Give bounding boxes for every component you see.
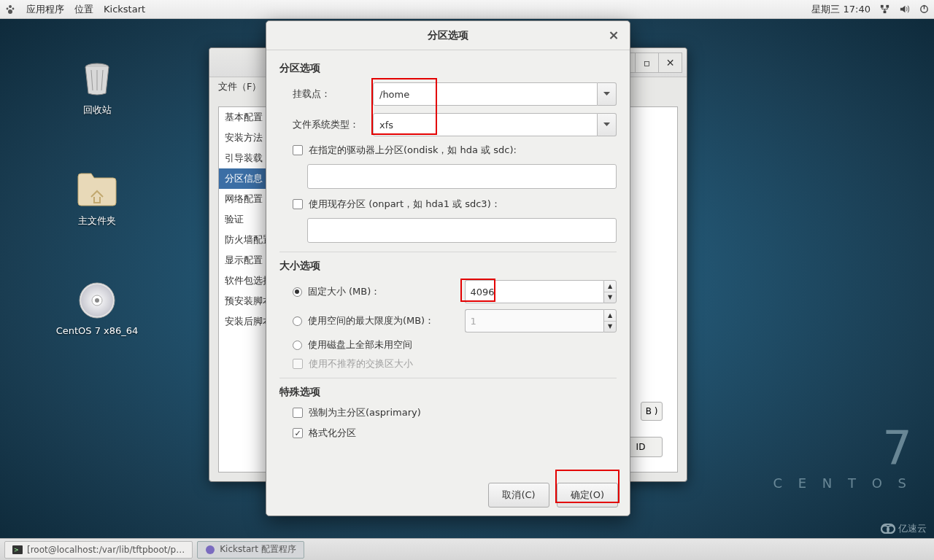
- mount-label: 挂载点：: [293, 88, 373, 101]
- gnome-logo-icon: [4, 4, 16, 15]
- svg-point-0: [9, 5, 12, 8]
- section-partition-title: 分区选项: [279, 62, 617, 75]
- centos-name: C E N T O S: [773, 475, 912, 491]
- centos-seven: 7: [773, 421, 912, 475]
- menu-file[interactable]: 文件（F）: [218, 81, 261, 92]
- fs-label: 文件系统类型：: [293, 118, 373, 131]
- format-checkbox[interactable]: [293, 428, 303, 438]
- partition-dialog: 分区选项 × 分区选项 挂载点： /home 文件系统类型： xfs 在指定的驱…: [266, 20, 630, 516]
- fill-label: 使用磁盘上全部未用空间: [308, 338, 412, 351]
- onpart-input[interactable]: [307, 218, 617, 243]
- fill-radio[interactable]: [293, 341, 302, 350]
- section-size-title: 大小选项: [279, 260, 617, 273]
- desktop-home[interactable]: 主文件夹: [57, 168, 137, 228]
- terminal-icon: >: [12, 545, 23, 554]
- spin-up-icon[interactable]: ▲: [604, 281, 616, 292]
- max-size-spinner: 1 ▲▼: [465, 309, 617, 332]
- fs-combo-arrow[interactable]: [598, 113, 617, 136]
- desktop-home-label: 主文件夹: [57, 214, 137, 228]
- power-icon[interactable]: [919, 4, 930, 15]
- divider: [279, 252, 617, 252]
- window-maximize-button[interactable]: ▫: [636, 52, 659, 73]
- desktop-media[interactable]: CentOS 7 x86_64: [51, 279, 143, 336]
- fixed-size-radio[interactable]: [293, 287, 302, 297]
- max-size-input: 1: [465, 309, 603, 332]
- disc-icon: [77, 280, 117, 321]
- kickstart-icon: [205, 545, 215, 555]
- svg-point-3: [8, 9, 12, 14]
- mount-combo[interactable]: /home: [373, 82, 598, 106]
- svg-point-2: [12, 7, 15, 9]
- menu-app-kickstart[interactable]: Kickstart: [104, 4, 145, 15]
- cloud-icon: [881, 524, 895, 534]
- dialog-close-button[interactable]: ×: [605, 27, 622, 44]
- chevron-down-icon: [603, 92, 610, 96]
- svg-rect-4: [881, 5, 884, 8]
- fixed-size-input[interactable]: 4096: [465, 280, 603, 303]
- asprimary-checkbox[interactable]: [293, 408, 303, 418]
- svg-text:>: >: [14, 547, 19, 553]
- task-terminal-label: [root@localhost:/var/lib/tftpboot/p…: [27, 545, 185, 555]
- watermark: 亿速云: [881, 522, 927, 535]
- svg-rect-6: [884, 10, 887, 13]
- fixed-size-label: 固定大小 (MB)：: [308, 285, 460, 298]
- dialog-title: 分区选项: [428, 29, 468, 42]
- swap-checkbox: [293, 359, 303, 369]
- svg-point-1: [7, 7, 9, 9]
- spin-down-icon: ▼: [604, 322, 616, 332]
- spin-down-icon[interactable]: ▼: [604, 292, 616, 303]
- format-label: 格式化分区: [309, 427, 356, 440]
- onpart-label: 使用现存分区 (onpart，如 hda1 或 sdc3)：: [309, 198, 501, 211]
- fs-combo[interactable]: xfs: [373, 113, 598, 136]
- swap-label: 使用不推荐的交换区大小: [309, 357, 413, 370]
- desktop-media-label: CentOS 7 x86_64: [51, 325, 143, 336]
- menu-places[interactable]: 位置: [74, 3, 93, 16]
- centos-logo: 7 C E N T O S: [773, 421, 912, 491]
- fixed-size-spinner[interactable]: 4096 ▲▼: [465, 280, 617, 303]
- asprimary-label: 强制为主分区(asprimary): [309, 406, 421, 419]
- volume-icon[interactable]: [899, 4, 910, 15]
- divider: [279, 378, 617, 378]
- ondisk-label: 在指定的驱动器上分区(ondisk，如 hda 或 sdc):: [309, 144, 517, 157]
- mount-combo-arrow[interactable]: [598, 82, 617, 106]
- partial-button-b[interactable]: B ): [641, 402, 663, 421]
- folder-home-icon: [75, 171, 119, 209]
- menu-applications[interactable]: 应用程序: [26, 3, 64, 16]
- bottom-taskbar: > [root@localhost:/var/lib/tftpboot/p… K…: [0, 538, 934, 560]
- onpart-checkbox[interactable]: [293, 199, 303, 209]
- desktop-trash[interactable]: 回收站: [57, 57, 137, 117]
- ondisk-checkbox[interactable]: [293, 145, 303, 155]
- chevron-down-icon: [603, 122, 610, 127]
- network-icon[interactable]: [879, 4, 890, 15]
- max-size-label: 使用空间的最大限度为(MB)：: [308, 314, 460, 327]
- ok-button[interactable]: 确定(O): [557, 483, 618, 508]
- watermark-text: 亿速云: [898, 522, 927, 535]
- svg-point-19: [206, 545, 215, 554]
- ondisk-input[interactable]: [307, 164, 617, 189]
- trash-icon: [77, 58, 117, 99]
- spin-up-icon: ▲: [604, 310, 616, 322]
- section-special-title: 特殊选项: [279, 386, 617, 399]
- svg-point-16: [95, 298, 99, 303]
- cancel-button[interactable]: 取消(C): [488, 483, 549, 508]
- task-kickstart[interactable]: Kickstart 配置程序: [197, 541, 304, 559]
- clock[interactable]: 星期三 17:40: [811, 3, 871, 16]
- dialog-footer: 取消(C) 确定(O): [266, 475, 630, 516]
- dialog-titlebar: 分区选项 ×: [266, 21, 630, 50]
- window-close-button[interactable]: ✕: [659, 52, 682, 73]
- top-panel: 应用程序 位置 Kickstart 星期三 17:40: [0, 0, 934, 19]
- max-size-radio[interactable]: [293, 316, 302, 326]
- desktop-trash-label: 回收站: [57, 104, 137, 117]
- task-kickstart-label: Kickstart 配置程序: [220, 543, 296, 556]
- svg-rect-5: [886, 5, 889, 8]
- task-terminal[interactable]: > [root@localhost:/var/lib/tftpboot/p…: [4, 541, 193, 559]
